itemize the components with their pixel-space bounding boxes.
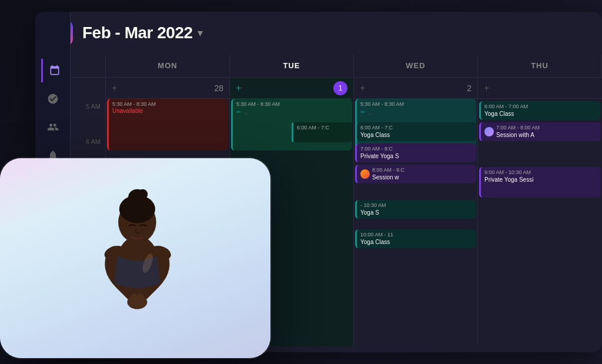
event-time: 9:00 AM - 10:30 AM xyxy=(484,169,597,176)
time-label-6am: 6 AM xyxy=(71,113,105,148)
day-header-mon: MON xyxy=(106,54,230,77)
event-thu-yoga1[interactable]: 6:00 AM - 7:00 AM Yoga Class xyxy=(479,101,601,120)
event-time: 6:00 AM - 7:C xyxy=(297,125,349,131)
day-header-thu: THU xyxy=(478,54,602,77)
wed-events: 5:30 AM - 8:30 AM ✏ ... 6:00 AM - 7:C Yo… xyxy=(354,99,477,346)
event-title-private: Private Yoga Sessi xyxy=(484,176,597,183)
users-icon xyxy=(47,121,59,133)
event-thu-private[interactable]: 9:00 AM - 10:30 AM Private Yoga Sessi xyxy=(479,167,601,198)
more-icon[interactable]: ... xyxy=(367,109,372,115)
app-container: Feb - Mar 2022 ▾ xyxy=(0,0,602,364)
event-wed-yoga3[interactable]: 10:00 AM - 11 Yoga Class xyxy=(355,229,476,248)
event-title: Yoga Class xyxy=(360,238,473,246)
day-number-row-mon: + 28 xyxy=(106,78,229,99)
event-actions: ✏ ... xyxy=(236,109,349,115)
event-title-yoga: Yoga Class xyxy=(360,131,473,139)
edit-icon[interactable]: ✏ xyxy=(360,109,365,115)
event-actions: ✏ ... xyxy=(360,109,473,115)
day-number-row-wed: + 2 xyxy=(354,78,477,99)
event-wed-private[interactable]: 7:00 AM - 8:C Private Yoga S xyxy=(355,143,476,162)
event-time: - 10:30 AM xyxy=(360,202,473,209)
event-time: 6:00 AM - 7:C xyxy=(360,125,473,131)
event-text: 7:00 AM - 8:00 AM Session with A xyxy=(496,125,540,139)
yoga-figure-svg xyxy=(14,168,257,358)
event-content: 7:00 AM - 8:00 AM Session with A xyxy=(484,125,597,139)
time-header-empty xyxy=(71,54,106,77)
event-time: 5:30 AM - 8:30 AM xyxy=(360,101,473,108)
event-text: 8:00 AM - 9:C Session w xyxy=(372,167,404,181)
event-title-private: Private Yoga S xyxy=(360,152,473,160)
day-column-wed: + 2 5:30 AM - 8:30 AM ✏ ... 6:00 AM - xyxy=(354,78,478,346)
svg-point-6 xyxy=(138,189,148,199)
event-thu-session[interactable]: 7:00 AM - 8:00 AM Session with A xyxy=(479,122,601,141)
phone-content xyxy=(0,158,270,358)
app-header: Feb - Mar 2022 ▾ xyxy=(35,12,602,54)
event-time: 7:00 AM - 8:C xyxy=(360,146,473,152)
edit-icon[interactable]: ✏ xyxy=(236,109,241,115)
day-header-tue: TUE xyxy=(230,54,354,77)
svg-point-11 xyxy=(136,293,145,308)
phone-overlay xyxy=(0,158,270,358)
thu-events: 6:00 AM - 7:00 AM Yoga Class 7:00 AM - 8… xyxy=(478,99,602,346)
avatar xyxy=(360,169,370,179)
event-wed-yoga2[interactable]: - 10:30 AM Yoga S xyxy=(355,200,476,219)
sidebar-item-calendar[interactable] xyxy=(41,59,66,82)
sidebar-item-contacts[interactable] xyxy=(41,115,65,139)
add-event-wed[interactable]: + xyxy=(360,83,365,93)
event-wed-session[interactable]: 8:00 AM - 9:C Session w xyxy=(355,165,476,183)
event-title-session: Session w xyxy=(372,173,404,181)
event-title: Yoga S xyxy=(360,209,473,216)
phone-frame xyxy=(0,158,270,358)
day-number-tue: 1 xyxy=(333,81,347,95)
day-number-row-tue: + 1 xyxy=(230,78,353,99)
day-number-mon: 28 xyxy=(214,84,223,93)
event-content: 8:00 AM - 9:C Session w xyxy=(360,167,473,181)
days-header: MON TUE WED THU xyxy=(71,54,602,78)
event-time: 7:00 AM - 8:00 AM xyxy=(496,125,540,131)
event-title-session: Session with A xyxy=(496,131,540,139)
add-event-tue[interactable]: + xyxy=(236,83,241,93)
check-circle-icon xyxy=(47,93,59,105)
calendar-icon xyxy=(49,65,61,76)
avatar xyxy=(484,127,494,136)
sidebar-item-tasks[interactable] xyxy=(41,87,65,111)
event-wed-yoga1[interactable]: 6:00 AM - 7:C Yoga Class xyxy=(355,122,476,141)
time-label-5am: 5 AM xyxy=(71,78,105,113)
day-header-wed: WED xyxy=(354,54,478,77)
event-time: 5:30 AM - 8:30 AM xyxy=(236,101,349,108)
more-icon[interactable]: ... xyxy=(243,109,248,115)
event-unavailable[interactable]: 5:30 AM - 8:30 AM Unavailable xyxy=(107,99,228,151)
event-tue-yoga[interactable]: 6:00 AM - 7:C xyxy=(292,122,352,142)
day-number-wed: 2 xyxy=(467,84,471,93)
event-time: 8:00 AM - 9:C xyxy=(372,167,404,173)
event-time: 5:30 AM - 8:30 AM xyxy=(112,101,225,108)
header-title: Feb - Mar 2022 xyxy=(82,24,193,42)
event-time: 6:00 AM - 7:00 AM xyxy=(484,103,597,110)
add-event-mon[interactable]: + xyxy=(112,83,117,93)
day-number-row-thu: + xyxy=(478,78,602,99)
event-title-yoga: Yoga Class xyxy=(484,110,597,118)
add-event-thu[interactable]: + xyxy=(484,83,489,93)
day-column-thu: + 6:00 AM - 7:00 AM Yoga Class xyxy=(478,78,602,346)
event-title-unavailable: Unavailable xyxy=(112,108,225,114)
dropdown-icon[interactable]: ▾ xyxy=(198,26,203,39)
event-time: 10:00 AM - 11 xyxy=(360,232,473,238)
